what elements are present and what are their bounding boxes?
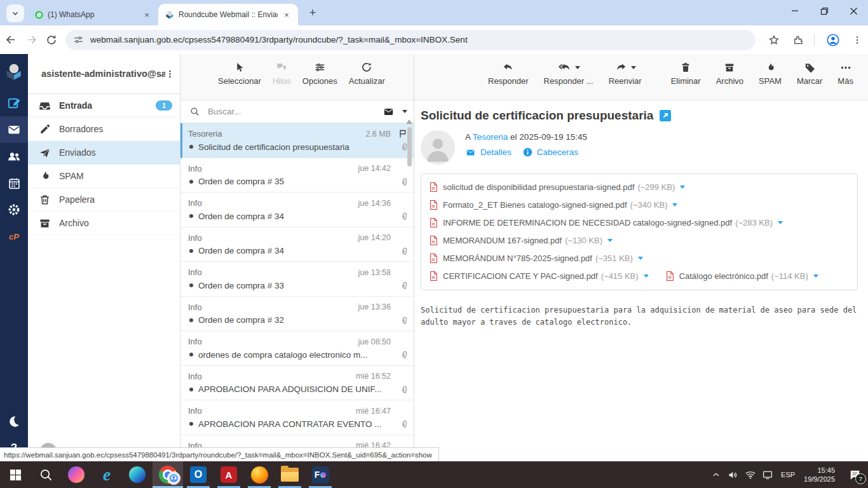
mark-button[interactable]: Marcar: [794, 60, 825, 86]
taskbar-outlook-icon[interactable]: O: [183, 461, 214, 488]
message-row[interactable]: Info jue 14:20 Orden de compra # 34: [180, 227, 414, 262]
more-button[interactable]: Más: [835, 60, 856, 86]
new-tab-button[interactable]: +: [304, 4, 321, 21]
attachment-link[interactable]: Catálogo electrónico.pdf (~114 KB): [665, 267, 818, 285]
refresh-button[interactable]: [43, 29, 60, 51]
close-window-button[interactable]: [839, 0, 868, 22]
sidebar-item-entrada[interactable]: Entrada 1: [28, 94, 180, 118]
attachment-menu-caret-icon[interactable]: [813, 274, 818, 278]
spam-button[interactable]: SPAM: [756, 60, 784, 86]
attachment-menu-caret-icon[interactable]: [680, 186, 685, 189]
headers-link[interactable]: Cabeceras: [523, 147, 578, 157]
attachment-link[interactable]: solicitud de disponibilidad presupuestar…: [429, 178, 685, 196]
reply-button[interactable]: Responder: [485, 60, 531, 86]
message-row[interactable]: Tesoreria 2.6 MB Solicitud de certificac…: [180, 123, 414, 158]
archive-button[interactable]: Archivo: [714, 60, 746, 86]
scroll-thumb[interactable]: [407, 127, 412, 166]
browser-menu-icon[interactable]: [846, 29, 868, 51]
sidebar-item-enviados[interactable]: Enviados: [28, 141, 180, 165]
taskbar-internet-explorer-icon[interactable]: e: [92, 461, 122, 488]
sidebar-item-spam[interactable]: SPAM: [28, 165, 180, 188]
site-settings-icon[interactable]: [73, 34, 84, 45]
attachment-menu-caret-icon[interactable]: [638, 257, 643, 260]
message-row[interactable]: Info jue 14:36 Orden de compra # 34: [180, 193, 414, 227]
list-scrollbar[interactable]: [405, 116, 414, 488]
taskbar-firefox-icon[interactable]: [244, 461, 275, 488]
recipient-link[interactable]: Tesoreria: [473, 132, 508, 142]
open-external-icon[interactable]: [660, 110, 671, 121]
attachment-link[interactable]: Formato_2_ET Bienes catalogo-signed-sign…: [429, 196, 677, 214]
search-input[interactable]: [207, 106, 383, 117]
attachment-link[interactable]: MEMORÁNDUM N°785-2025-signed.pdf (~351 K…: [429, 249, 643, 267]
details-link[interactable]: Detalles: [465, 147, 512, 157]
attachment-link[interactable]: INFORME DE DETERMINACION DE NECESIDAD ca…: [429, 214, 783, 231]
threads-button[interactable]: Hilos: [270, 60, 294, 86]
sidebar-item-archivo[interactable]: Archivo: [28, 212, 180, 235]
refresh-list-button[interactable]: Actualizar: [346, 60, 388, 86]
tab-close-icon[interactable]: ×: [281, 10, 292, 20]
extensions-icon[interactable]: [787, 29, 809, 51]
attachment-link[interactable]: MEMORANDUM 167-signed.pdf (~130 KB): [429, 231, 613, 249]
tray-language[interactable]: ESP: [776, 471, 800, 478]
attachment-name[interactable]: MEMORANDUM 167-signed.pdf: [443, 236, 562, 245]
forward-button[interactable]: Reenviar: [606, 60, 644, 86]
sidebar-item-papelera[interactable]: Papelera: [28, 188, 180, 212]
attachment-menu-caret-icon[interactable]: [778, 221, 783, 224]
search-options-chevron-icon[interactable]: [402, 110, 407, 113]
reply-dropdown-caret-icon[interactable]: [575, 66, 580, 69]
rail-compose-icon[interactable]: [0, 90, 28, 116]
taskbar-chrome-icon[interactable]: [153, 461, 183, 488]
taskbar-edge-icon[interactable]: [122, 461, 153, 488]
rail-mail-icon[interactable]: [0, 116, 28, 143]
back-button[interactable]: [3, 29, 20, 51]
attachment-name[interactable]: solicitud de disponibilidad presupuestar…: [443, 182, 634, 192]
rail-cpanel-icon[interactable]: cP: [0, 223, 28, 250]
attachment-name[interactable]: Catálogo electrónico.pdf: [679, 271, 768, 281]
attachment-name[interactable]: INFORME DE DETERMINACION DE NECESIDAD ca…: [443, 218, 732, 227]
message-row[interactable]: Info jue 13:58 Orden de compra # 33: [180, 262, 414, 297]
attachment-menu-caret-icon[interactable]: [644, 274, 649, 278]
dark-mode-moon-icon[interactable]: [0, 408, 28, 435]
tray-chevron-up-icon[interactable]: [707, 461, 724, 488]
restore-button[interactable]: [810, 0, 839, 22]
select-button[interactable]: Seleccionar: [215, 60, 264, 86]
attachment-menu-caret-icon[interactable]: [672, 203, 677, 207]
scroll-up-arrow[interactable]: [406, 119, 412, 124]
tab-whatsapp[interactable]: (1) WhatsApp ×: [28, 4, 158, 25]
taskbar-search-icon[interactable]: [31, 461, 61, 488]
attachment-link[interactable]: CERTIFICACION CATE Y PAC-signed.pdf (~41…: [429, 267, 649, 285]
tray-wifi-icon[interactable]: [742, 461, 759, 488]
message-row[interactable]: Info mié 16:52 APROBACION PARA ADQUISICI…: [180, 366, 414, 401]
options-button[interactable]: Opciones: [300, 60, 340, 86]
forward-button[interactable]: [23, 29, 41, 51]
tab-search-button[interactable]: [6, 4, 24, 22]
tray-display-icon[interactable]: [759, 461, 776, 488]
taskbar-acrobat-icon[interactable]: A: [214, 461, 244, 488]
account-menu-icon[interactable]: [165, 69, 175, 79]
delete-button[interactable]: Eliminar: [668, 60, 703, 86]
message-row[interactable]: Info jue 13:36 Orden de compra # 32: [180, 297, 414, 332]
attachment-name[interactable]: MEMORÁNDUM N°785-2025-signed.pdf: [443, 254, 592, 263]
sidebar-item-borradores[interactable]: Borradores: [28, 118, 180, 141]
rail-settings-gear-icon[interactable]: [0, 196, 28, 223]
tray-clock[interactable]: 15:45 19/9/2025: [800, 466, 841, 484]
taskbar-file-explorer-icon[interactable]: [275, 461, 305, 488]
attachment-name[interactable]: CERTIFICACION CATE Y PAC-signed.pdf: [443, 271, 598, 281]
url-text[interactable]: webmail.sanjuan.gob.ec/cpsess5479880491/…: [90, 35, 468, 44]
tray-speaker-icon[interactable]: [724, 461, 742, 488]
message-row[interactable]: Info jue 08:50 ordenes de compra catalog…: [180, 331, 414, 366]
attachment-menu-caret-icon[interactable]: [607, 239, 613, 242]
minimize-button[interactable]: [780, 0, 810, 22]
start-button[interactable]: [0, 461, 31, 488]
taskbar-app-f-icon[interactable]: F: [305, 461, 336, 488]
profile-icon[interactable]: [822, 29, 844, 51]
message-row[interactable]: Info mié 16:47 APROBACION PARA CONTRATAR…: [180, 400, 414, 435]
url-bar[interactable]: webmail.sanjuan.gob.ec/cpsess5479880491/…: [65, 30, 756, 50]
notification-center-icon[interactable]: 7: [841, 461, 868, 488]
rail-contacts-icon[interactable]: [0, 143, 28, 170]
taskbar-copilot-icon[interactable]: [61, 461, 92, 488]
tab-roundcube[interactable]: Roundcube Webmail :: Enviados ×: [158, 4, 298, 25]
rail-calendar-icon[interactable]: [0, 170, 28, 196]
reply-all-button[interactable]: Responder ...: [541, 60, 596, 86]
bookmark-star-icon[interactable]: [763, 29, 785, 51]
